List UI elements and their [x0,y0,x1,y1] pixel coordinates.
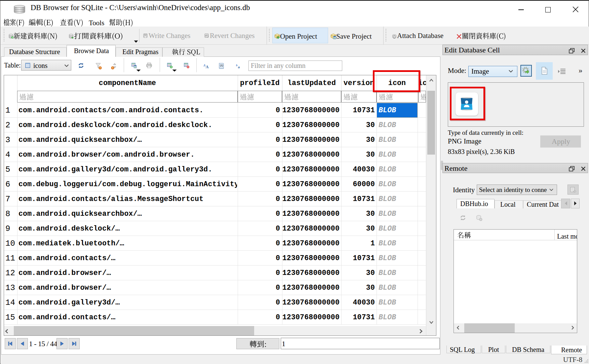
svg-text:A: A [206,65,209,69]
svg-text:A: A [203,64,206,67]
svg-text:a: a [238,65,240,69]
svg-text:b: b [236,64,238,67]
